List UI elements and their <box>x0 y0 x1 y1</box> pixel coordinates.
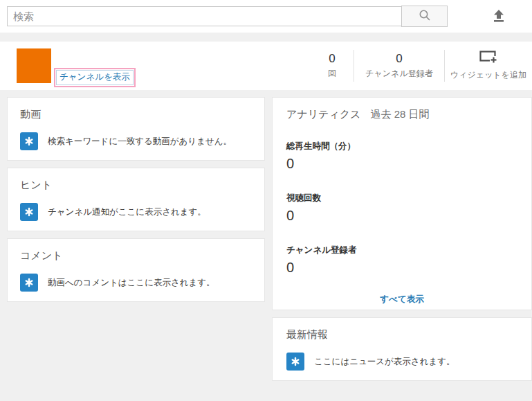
comments-card-message: 動画へのコメントはここに表示されます。 <box>48 277 215 289</box>
star-icon <box>286 353 304 371</box>
views-label: 回 <box>328 68 336 80</box>
analytics-period: 過去 28 日間 <box>370 107 429 121</box>
channel-avatar[interactable] <box>17 48 51 83</box>
view-channel-link[interactable]: チャンネルを表示 <box>56 70 134 85</box>
subscribers-label: チャンネル登録者 <box>365 68 432 80</box>
view-all-row: すべて表示 <box>286 292 517 305</box>
stat-subscribers: 0 チャンネル登録者 <box>354 52 444 80</box>
metric-value: 0 <box>286 207 517 224</box>
videos-card-row: 検索キーワードに一致する動画がありません。 <box>20 132 252 150</box>
magnifier-icon <box>418 8 432 24</box>
search-button[interactable] <box>401 6 448 27</box>
analytics-card-title: アナリティクス 過去 28 日間 <box>286 107 517 121</box>
upload-icon <box>491 8 506 26</box>
views-count: 0 <box>329 52 335 66</box>
metric-watch-time: 総再生時間（分） 0 <box>286 141 517 172</box>
search-input[interactable] <box>7 6 402 26</box>
videos-card: 動画 検索キーワードに一致する動画がありません。 <box>7 97 265 161</box>
videos-card-message: 検索キーワードに一致する動画がありません。 <box>48 136 232 148</box>
subscribers-count: 0 <box>396 52 402 66</box>
add-widget-label: ウィジェットを追加 <box>450 69 526 81</box>
tips-card: ヒント チャンネル通知がここに表示されます。 <box>7 168 265 231</box>
metric-subscribers: チャンネル登録者 0 <box>286 244 517 276</box>
stat-views: 0 回 <box>311 52 354 80</box>
tips-card-message: チャンネル通知がここに表示されます。 <box>48 206 206 218</box>
analytics-card: アナリティクス 過去 28 日間 総再生時間（分） 0 視聴回数 0 チャンネル… <box>272 97 532 310</box>
view-all-link[interactable]: すべて表示 <box>380 294 423 304</box>
upload-button[interactable] <box>488 8 509 26</box>
metric-value: 0 <box>286 155 517 172</box>
search-bar <box>0 0 532 33</box>
star-icon <box>20 274 38 292</box>
star-icon <box>20 132 38 150</box>
add-widget-button[interactable]: ウィジェットを追加 <box>445 42 532 90</box>
metric-label: チャンネル登録者 <box>286 244 517 256</box>
dashboard-page: チャンネルを表示 0 回 0 チャンネル登録者 <box>0 0 532 401</box>
comments-card-row: 動画へのコメントはここに表示されます。 <box>20 274 252 292</box>
videos-card-title: 動画 <box>20 107 252 121</box>
metric-value: 0 <box>286 259 517 276</box>
channel-link-highlight: チャンネルを表示 <box>54 68 136 87</box>
news-card-row: ここにはニュースが表示されます。 <box>286 353 517 371</box>
star-icon <box>20 203 38 221</box>
comments-card-title: コメント <box>20 249 252 262</box>
analytics-title-text: アナリティクス <box>286 107 360 121</box>
news-card-message: ここにはニュースが表示されます。 <box>314 356 455 368</box>
metric-views: 視聴回数 0 <box>286 193 517 224</box>
channel-header: チャンネルを表示 0 回 0 チャンネル登録者 <box>0 42 532 90</box>
comments-card: コメント 動画へのコメントはここに表示されます。 <box>7 238 265 302</box>
metric-label: 総再生時間（分） <box>286 141 517 152</box>
add-widget-icon <box>479 51 497 66</box>
header-stats: 0 回 0 チャンネル登録者 ウィジェットを追加 <box>311 42 532 90</box>
metric-label: 視聴回数 <box>286 193 517 204</box>
tips-card-title: ヒント <box>20 178 252 192</box>
tips-card-row: チャンネル通知がここに表示されます。 <box>20 203 252 221</box>
news-card-title: 最新情報 <box>286 328 517 341</box>
news-card: 最新情報 ここにはニュースが表示されます。 <box>272 317 532 381</box>
